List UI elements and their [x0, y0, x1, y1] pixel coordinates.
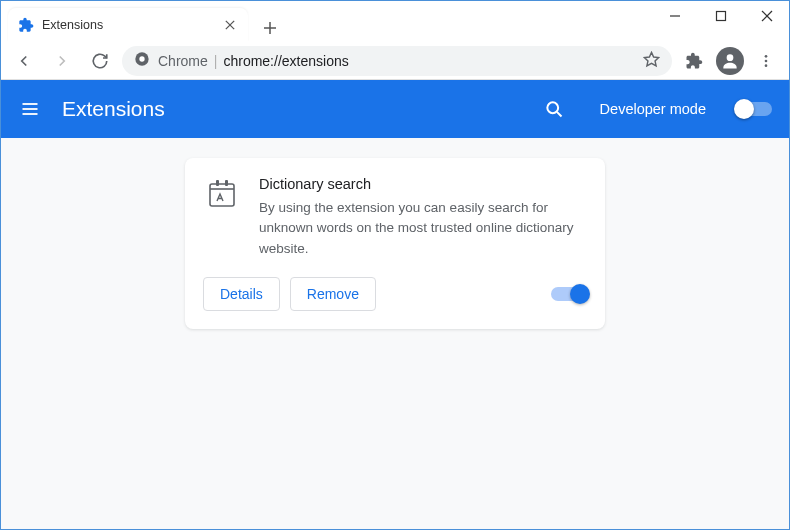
- developer-mode-toggle[interactable]: [736, 102, 772, 116]
- extension-card: Dictionary search By using the extension…: [185, 158, 605, 329]
- reload-button[interactable]: [84, 45, 116, 77]
- bookmark-star-icon[interactable]: [643, 51, 660, 71]
- address-bar[interactable]: Chrome | chrome://extensions: [122, 46, 672, 76]
- toggle-knob: [570, 284, 590, 304]
- new-tab-button[interactable]: [256, 14, 284, 42]
- svg-point-15: [727, 54, 734, 61]
- browser-toolbar: Chrome | chrome://extensions: [0, 42, 790, 80]
- tab-title: Extensions: [42, 18, 214, 32]
- svg-point-22: [547, 102, 558, 113]
- page-title: Extensions: [62, 97, 522, 121]
- hamburger-menu-icon[interactable]: [18, 97, 42, 121]
- extension-name: Dictionary search: [259, 176, 587, 192]
- close-window-button[interactable]: [744, 1, 790, 31]
- extensions-icon[interactable]: [678, 45, 710, 77]
- svg-rect-26: [216, 180, 219, 186]
- chrome-icon: [134, 51, 150, 70]
- svg-point-16: [765, 55, 768, 58]
- browser-tab[interactable]: Extensions: [8, 8, 248, 42]
- toggle-knob: [734, 99, 754, 119]
- svg-marker-14: [644, 52, 658, 65]
- forward-button[interactable]: [46, 45, 78, 77]
- tab-strip: Extensions: [8, 8, 284, 42]
- back-button[interactable]: [8, 45, 40, 77]
- remove-button[interactable]: Remove: [290, 277, 376, 311]
- svg-rect-24: [210, 184, 234, 206]
- close-tab-button[interactable]: [222, 17, 238, 33]
- svg-point-13: [139, 56, 144, 61]
- minimize-button[interactable]: [652, 1, 698, 31]
- developer-mode-label: Developer mode: [600, 101, 706, 117]
- svg-point-17: [765, 59, 768, 62]
- profile-avatar[interactable]: [716, 47, 744, 75]
- extensions-content: Dictionary search By using the extension…: [0, 138, 790, 530]
- extension-enable-toggle[interactable]: [551, 287, 587, 301]
- search-icon[interactable]: [542, 97, 566, 121]
- dictionary-icon: [203, 176, 241, 214]
- svg-rect-27: [225, 180, 228, 186]
- extension-description: By using the extension you can easily se…: [259, 198, 587, 259]
- url-text: Chrome | chrome://extensions: [158, 53, 635, 69]
- maximize-button[interactable]: [698, 1, 744, 31]
- details-button[interactable]: Details: [203, 277, 280, 311]
- kebab-menu-icon[interactable]: [750, 45, 782, 77]
- svg-point-18: [765, 64, 768, 67]
- extensions-header: Extensions Developer mode: [0, 80, 790, 138]
- puzzle-icon: [18, 17, 34, 33]
- svg-rect-5: [717, 12, 726, 21]
- svg-line-23: [557, 112, 562, 117]
